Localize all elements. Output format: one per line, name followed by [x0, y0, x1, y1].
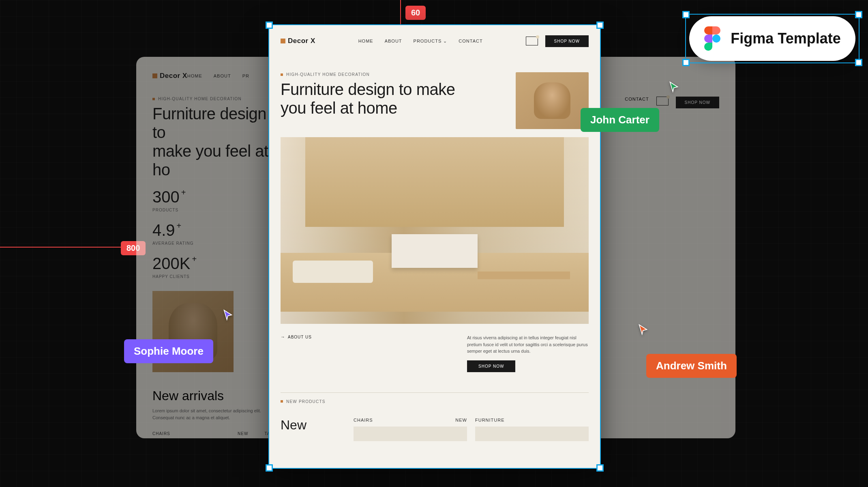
- card-chairs-label: CHAIRS: [354, 418, 373, 422]
- hero-copy: At risus viverra adipiscing at in tellus…: [467, 334, 589, 355]
- stat-products-num: 300: [152, 188, 180, 206]
- hero-shop-now-button[interactable]: SHOP NOW: [467, 360, 515, 372]
- collaborator-cursor-green: [668, 81, 679, 93]
- bg-nav-pr[interactable]: PR: [242, 73, 249, 78]
- bg-lorem: Lorem ipsum dolor sit amet, consectetur …: [152, 407, 266, 421]
- bg-shop-now-button[interactable]: SHOP NOW: [676, 97, 719, 108]
- stat-clients-num: 200K: [152, 254, 190, 273]
- chair-thumb-image: [516, 72, 589, 129]
- headline: Furniture design to make you feel at hom…: [281, 80, 467, 117]
- nav-products[interactable]: PRODUCTS: [414, 39, 448, 44]
- eyebrow: HIGH-QUALITY HOME DECORATION: [281, 72, 467, 77]
- bg-new-arrivals-title: New arrivals: [152, 388, 282, 403]
- logo-mark-icon: [281, 39, 285, 43]
- selected-artboard[interactable]: Decor X HOME ABOUT PRODUCTS CONTACT SHOP…: [268, 24, 601, 469]
- new-title: New: [281, 418, 345, 433]
- stat-clients-label: HAPPY CLIENTS: [152, 274, 282, 279]
- collaborator-cursor-orange: [637, 324, 649, 335]
- bg-headline-a: Furniture design to: [152, 104, 282, 142]
- stat-rating-sup: +: [177, 221, 182, 231]
- stat-products-label: PRODUCTS: [152, 208, 282, 212]
- section-divider: [281, 392, 589, 393]
- figma-template-pill[interactable]: Figma Template: [689, 16, 855, 61]
- nav-contact[interactable]: CONTACT: [459, 39, 482, 44]
- stat-clients-sup: +: [192, 254, 197, 264]
- bg-brand: Decor X: [160, 72, 187, 80]
- stat-rating-num: 4.9: [152, 221, 175, 239]
- ruler-vertical: [400, 0, 401, 24]
- shop-now-button[interactable]: SHOP NOW: [545, 35, 589, 47]
- svg-point-0: [712, 34, 720, 43]
- card-furniture-image: [475, 427, 589, 441]
- ruler-horizontal: [0, 247, 134, 248]
- bg-stat-clients: 200K+ HAPPY CLIENTS: [152, 254, 282, 279]
- product-card-chairs[interactable]: CHAIRS NEW: [354, 418, 467, 441]
- stat-products-sup: +: [181, 188, 186, 197]
- collaborator-badge-purple: Sophie Moore: [124, 339, 213, 363]
- dimension-badge-top: 60: [405, 6, 426, 20]
- hero-interior-image: [281, 137, 589, 324]
- new-products-eyebrow: NEW PRODUCTS: [281, 399, 589, 404]
- nav-home[interactable]: HOME: [358, 39, 373, 44]
- bg-cart-icon[interactable]: [656, 97, 669, 106]
- bg-headline-b: make you feel at ho: [152, 142, 282, 179]
- bg-stat-rating: 4.9+ AVERAGE RATING: [152, 221, 282, 246]
- brand-text: Decor X: [288, 37, 315, 45]
- bg-tab-row: CHAIRS NEW TABLES: [152, 431, 282, 436]
- card-furniture-label: FURNITURE: [475, 418, 505, 422]
- collaborator-badge-orange: Andrew Smith: [646, 354, 737, 378]
- logo-mark-icon: [152, 73, 157, 78]
- bg-stat-products: 300+ PRODUCTS: [152, 188, 282, 212]
- figma-pill-text: Figma Template: [731, 30, 840, 47]
- bg-eyebrow: HIGH-QUALITY HOME DECORATION: [152, 97, 282, 101]
- nav-links: HOME ABOUT PRODUCTS CONTACT: [358, 39, 483, 44]
- stat-rating-label: AVERAGE RATING: [152, 241, 282, 246]
- card-chairs-image: [354, 427, 467, 441]
- collaborator-badge-green: John Carter: [581, 108, 659, 132]
- collaborator-cursor-purple: [222, 309, 234, 321]
- bg-nav-home[interactable]: HOME: [187, 73, 202, 78]
- about-us-link[interactable]: ABOUT US: [281, 334, 312, 339]
- bg-nav-contact[interactable]: CONTACT: [625, 97, 649, 108]
- figma-logo-icon: [704, 26, 721, 51]
- card-chairs-tag: NEW: [455, 418, 467, 422]
- bg-left-column: HIGH-QUALITY HOME DECORATION Furniture d…: [152, 97, 282, 436]
- nav-about[interactable]: ABOUT: [385, 39, 402, 44]
- bg-nav-about[interactable]: ABOUT: [214, 73, 231, 78]
- logo[interactable]: Decor X: [281, 37, 315, 45]
- topnav: Decor X HOME ABOUT PRODUCTS CONTACT SHOP…: [281, 32, 589, 50]
- bg-tab-new[interactable]: NEW: [238, 431, 248, 436]
- bg-tab-chairs[interactable]: CHAIRS: [152, 431, 170, 436]
- cart-icon[interactable]: [526, 37, 538, 45]
- product-card-furniture[interactable]: FURNITURE: [475, 418, 589, 441]
- bg-nav-links: HOME ABOUT PR: [187, 73, 249, 78]
- bg-logo[interactable]: Decor X: [152, 72, 187, 80]
